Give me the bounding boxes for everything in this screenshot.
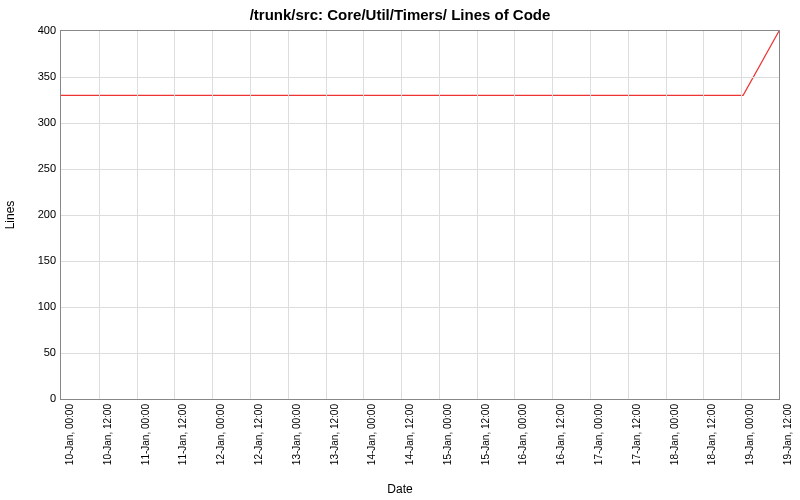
y-grid-line (61, 77, 779, 78)
x-grid-line (137, 31, 138, 399)
x-tick-label: 17-Jan, 00:00 (593, 404, 604, 465)
y-tick-label: 400 (6, 24, 56, 36)
y-tick-label: 350 (6, 70, 56, 82)
chart-title: /trunk/src: Core/Util/Timers/ Lines of C… (0, 6, 800, 23)
x-grid-line (288, 31, 289, 399)
x-tick-label: 17-Jan, 12:00 (631, 404, 642, 465)
x-grid-line (363, 31, 364, 399)
y-tick-label: 0 (6, 392, 56, 404)
x-tick-label: 12-Jan, 12:00 (253, 404, 264, 465)
x-tick-label: 18-Jan, 12:00 (706, 404, 717, 465)
x-grid-line (703, 31, 704, 399)
x-tick-label: 16-Jan, 12:00 (555, 404, 566, 465)
x-axis-label: Date (0, 482, 800, 496)
y-tick-label: 50 (6, 346, 56, 358)
y-tick-label: 150 (6, 254, 56, 266)
y-grid-line (61, 123, 779, 124)
x-tick-label: 11-Jan, 00:00 (140, 404, 151, 465)
y-tick-label: 100 (6, 300, 56, 312)
x-tick-label: 13-Jan, 00:00 (291, 404, 302, 465)
x-grid-line (666, 31, 667, 399)
x-tick-label: 19-Jan, 12:00 (782, 404, 793, 465)
x-tick-label: 19-Jan, 00:00 (744, 404, 755, 465)
x-grid-line (250, 31, 251, 399)
y-tick-label: 300 (6, 116, 56, 128)
x-tick-label: 11-Jan, 12:00 (177, 404, 188, 465)
x-tick-label: 18-Jan, 00:00 (669, 404, 680, 465)
y-grid-line (61, 215, 779, 216)
y-tick-label: 200 (6, 208, 56, 220)
y-grid-line (61, 169, 779, 170)
x-tick-label: 14-Jan, 12:00 (404, 404, 415, 465)
x-grid-line (174, 31, 175, 399)
x-grid-line (439, 31, 440, 399)
x-tick-label: 12-Jan, 00:00 (215, 404, 226, 465)
x-tick-label: 15-Jan, 12:00 (480, 404, 491, 465)
x-grid-line (99, 31, 100, 399)
x-tick-label: 10-Jan, 12:00 (102, 404, 113, 465)
x-tick-label: 14-Jan, 00:00 (366, 404, 377, 465)
x-tick-label: 10-Jan, 00:00 (64, 404, 75, 465)
x-grid-line (326, 31, 327, 399)
y-grid-line (61, 307, 779, 308)
x-grid-line (477, 31, 478, 399)
plot-area (60, 30, 780, 400)
x-grid-line (741, 31, 742, 399)
x-tick-label: 16-Jan, 00:00 (517, 404, 528, 465)
x-tick-label: 15-Jan, 00:00 (442, 404, 453, 465)
x-tick-label: 13-Jan, 12:00 (329, 404, 340, 465)
x-grid-line (514, 31, 515, 399)
x-grid-line (628, 31, 629, 399)
y-tick-label: 250 (6, 162, 56, 174)
y-grid-line (61, 353, 779, 354)
chart-container: /trunk/src: Core/Util/Timers/ Lines of C… (0, 0, 800, 500)
x-grid-line (590, 31, 591, 399)
y-grid-line (61, 261, 779, 262)
x-grid-line (401, 31, 402, 399)
x-grid-line (212, 31, 213, 399)
x-grid-line (552, 31, 553, 399)
